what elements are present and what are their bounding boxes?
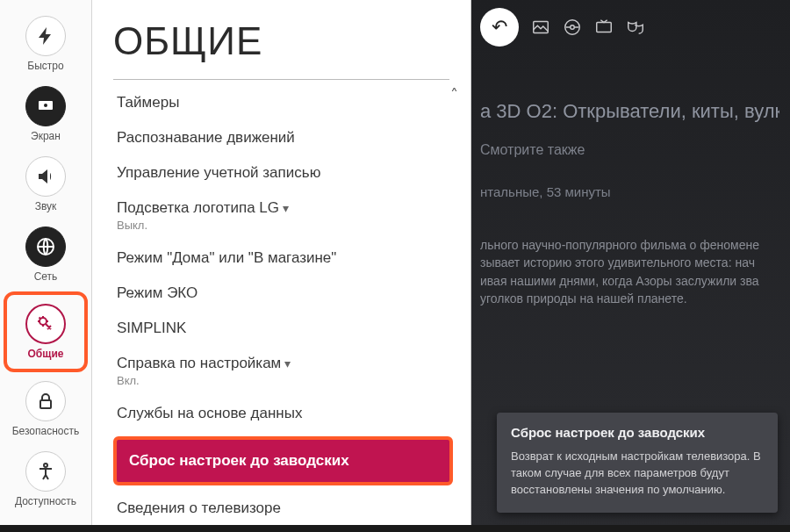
bg-meta: нтальные, 53 минуты [480, 184, 779, 199]
bg-desc-line: ивая нашими днями, когда Азоры заслужили… [480, 272, 779, 290]
masks-icon[interactable] [626, 18, 645, 37]
row-motion-detection[interactable]: Распознавание движений [113, 120, 453, 155]
svg-point-2 [571, 25, 575, 30]
bolt-icon [25, 16, 66, 56]
disc-icon[interactable] [563, 18, 582, 37]
row-data-services[interactable]: Службы на основе данных [113, 396, 453, 431]
sidebar-item-label: Экран [31, 130, 61, 142]
row-settings-help[interactable]: Справка по настройкам Вкл. [113, 346, 453, 396]
row-label: Службы на основе данных [117, 405, 449, 422]
lock-icon [25, 381, 66, 421]
bg-topbar: ↶ [480, 7, 779, 47]
sidebar-item-sound[interactable]: Звук [4, 149, 88, 219]
svg-rect-3 [597, 23, 612, 32]
panel-divider [113, 79, 449, 80]
bg-desc-line: льного научно-популярного фильма о феном… [480, 236, 779, 254]
svg-point-5 [44, 104, 47, 107]
sidebar-item-accessibility[interactable]: Доступность [4, 444, 88, 514]
sidebar-item-label: Звук [35, 200, 57, 212]
tv-icon[interactable] [594, 18, 614, 37]
bg-see-also[interactable]: Смотрите также [480, 142, 779, 158]
row-sub: Вкл. [117, 374, 449, 387]
sidebar-item-quick[interactable]: Быстро [4, 9, 88, 79]
row-timers[interactable]: Таймеры [113, 85, 453, 120]
row-account-management[interactable]: Управление учетной записью [113, 155, 453, 191]
sidebar: Быстро Экран Звук Сеть [0, 0, 92, 532]
sidebar-item-label: Быстро [27, 60, 63, 72]
sidebar-item-picture[interactable]: Экран [4, 79, 88, 149]
bg-desc-line: зывает историю этого удивительного места… [480, 254, 779, 271]
sidebar-item-general[interactable]: Общие [11, 297, 81, 367]
sidebar-item-label: Безопасность [12, 425, 80, 437]
photo-icon[interactable] [531, 18, 550, 37]
row-label: Таймеры [117, 94, 449, 111]
row-label: Распознавание движений [117, 129, 449, 147]
row-simplink[interactable]: SIMPLINK [113, 311, 453, 346]
sidebar-item-label: Сеть [34, 270, 58, 283]
row-label: Управление учетной записью [117, 164, 449, 182]
gear-wrench-icon [25, 304, 66, 344]
row-label: Справка по настройкам [117, 355, 449, 372]
sidebar-item-general-highlight: Общие [4, 291, 88, 372]
row-label: Режим ЭКО [117, 284, 449, 302]
sidebar-item-security[interactable]: Безопасность [4, 374, 88, 444]
row-sub: Выкл. [117, 219, 449, 232]
bg-desc-line: уголков природы на нашей планете. [480, 290, 779, 307]
svg-point-9 [44, 464, 47, 467]
row-homestore-mode[interactable]: Режим "Дома" или "В магазине" [113, 241, 453, 276]
scroll-up-button[interactable]: ˄ [444, 85, 463, 104]
tooltip-body: Возврат к исходным настройкам телевизора… [511, 449, 764, 499]
background-content: ↶ a 3D O2: Открыватели, киты, вулк Смотр… [471, 0, 790, 532]
screen-icon [25, 86, 66, 126]
svg-rect-8 [40, 400, 51, 408]
row-label: SIMPLINK [117, 320, 449, 337]
back-button[interactable]: ↶ [480, 8, 519, 47]
row-eco-mode[interactable]: Режим ЭКО [113, 276, 453, 311]
speaker-icon [25, 156, 66, 197]
globe-icon [25, 226, 66, 267]
accessibility-icon [25, 451, 66, 492]
row-label: Сведения о телевизоре [117, 500, 449, 517]
back-arrow-icon: ↶ [492, 16, 507, 39]
sidebar-item-network[interactable]: Сеть [4, 219, 88, 290]
row-logo-backlight[interactable]: Подсветка логотипа LG Выкл. [113, 191, 453, 241]
tv-frame-edge [0, 525, 790, 532]
row-label: Подсветка логотипа LG [117, 199, 449, 217]
panel-list: ˄ Таймеры Распознавание движений Управле… [92, 85, 470, 532]
bg-program-title: a 3D O2: Открыватели, киты, вулк [480, 100, 779, 123]
sidebar-item-label: Доступность [15, 495, 76, 507]
sidebar-item-label: Общие [28, 348, 64, 360]
bg-description: льного научно-популярного фильма о феном… [480, 236, 779, 307]
panel-title: ОБЩИЕ [92, 0, 470, 79]
svg-point-7 [40, 318, 47, 325]
row-label: Сброс настроек до заводских [129, 452, 349, 469]
row-factory-reset[interactable]: Сброс настроек до заводских [113, 436, 453, 485]
settings-panel: ОБЩИЕ ˄ Таймеры Распознавание движений У… [92, 0, 471, 532]
row-label: Режим "Дома" или "В магазине" [117, 249, 449, 267]
row-tv-info[interactable]: Сведения о телевизоре [113, 491, 453, 526]
tooltip-title: Сброс настроек до заводских [511, 425, 764, 440]
help-tooltip: Сброс настроек до заводских Возврат к ис… [497, 413, 778, 513]
